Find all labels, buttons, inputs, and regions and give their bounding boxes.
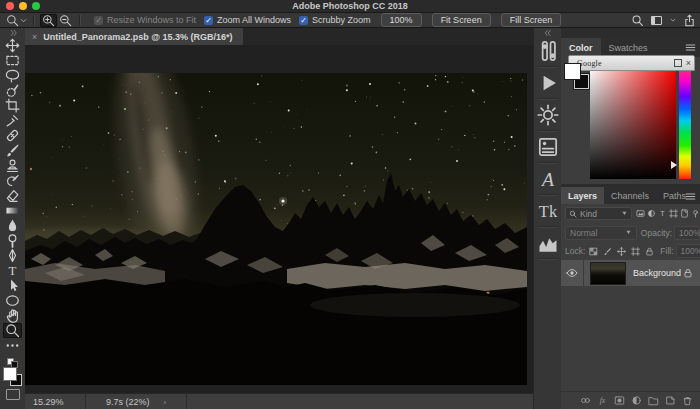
search-icon[interactable] — [631, 14, 644, 27]
layers-f-adjust-icon[interactable] — [631, 395, 642, 406]
tool-blur-icon[interactable] — [3, 218, 22, 233]
tool-lasso-icon[interactable] — [3, 68, 22, 83]
filter-f-artboard-icon[interactable] — [669, 209, 678, 218]
canvas[interactable] — [25, 45, 533, 393]
blend-mode-dropdown[interactable]: Normal ▼ — [565, 226, 637, 240]
tool-dodge-icon[interactable] — [3, 233, 22, 248]
resize-windows-label: Resize Windows to Fit — [107, 15, 196, 25]
lock-opt-f-artboard-icon[interactable] — [631, 247, 640, 256]
panels-collapse-button[interactable] — [534, 28, 562, 38]
tool-move-icon[interactable] — [3, 38, 22, 53]
panel-drag-strip[interactable] — [561, 28, 700, 38]
status-chevron-icon[interactable]: › — [163, 398, 166, 407]
photo-milky-way-panorama[interactable] — [25, 73, 527, 385]
tool-pen-icon[interactable] — [3, 248, 22, 263]
screen-mode-button[interactable] — [6, 389, 20, 400]
panel-actions-icon[interactable] — [537, 72, 559, 94]
panel-histogram-icon[interactable] — [537, 232, 559, 254]
layers-new-layer-icon[interactable] — [665, 395, 676, 406]
svg-text:A: A — [540, 168, 555, 190]
color-swatches-control[interactable] — [3, 367, 22, 387]
share-icon[interactable] — [683, 14, 696, 27]
zoom-all-windows-checkbox[interactable] — [204, 16, 213, 25]
document-tab[interactable]: × Untitled_Panorama2.psb @ 15.3% (RGB/16… — [25, 28, 243, 45]
panel-adjustments-icon[interactable] — [537, 104, 559, 126]
tool-brush-icon[interactable] — [3, 143, 22, 158]
layers-folder-icon[interactable] — [648, 395, 659, 406]
tool-zoom-icon[interactable] — [3, 323, 22, 338]
document-info-field[interactable]: 9.7s (22%) › — [86, 394, 187, 409]
filter-f-pin-icon[interactable] — [691, 209, 700, 218]
layer-filter-kind-dropdown[interactable]: Kind ▼ — [565, 207, 632, 220]
google-close-icon[interactable]: × — [686, 59, 691, 68]
tool-crop-icon[interactable] — [3, 98, 22, 113]
lock-opt-lock-icon[interactable] — [645, 247, 654, 256]
tool-shape-icon[interactable] — [3, 293, 22, 308]
fill-screen-button[interactable]: Fill Screen — [501, 13, 562, 27]
strip-divider — [538, 98, 558, 100]
layers-link-icon[interactable] — [580, 395, 591, 406]
filter-f-smart-icon[interactable] — [680, 209, 689, 218]
panel-typekit-icon[interactable]: Tk — [537, 200, 559, 222]
tool-clone-stamp-icon[interactable] — [3, 158, 22, 173]
tool-hand-icon[interactable] — [3, 308, 22, 323]
saturation-brightness-field[interactable] — [590, 67, 676, 179]
hue-slider[interactable] — [679, 67, 691, 179]
tool-eyedropper-icon[interactable] — [3, 113, 22, 128]
layers-mask-icon[interactable] — [614, 395, 625, 406]
panel-character-styles-icon[interactable]: A — [537, 168, 559, 190]
color-panel-menu-icon[interactable] — [684, 41, 697, 54]
zoom-out-button[interactable] — [57, 14, 74, 27]
tool-type-icon[interactable]: T — [3, 263, 22, 278]
filter-f-adjust-icon[interactable] — [647, 209, 656, 218]
filter-search-icon — [569, 210, 577, 218]
tool-gradient-icon[interactable] — [3, 203, 22, 218]
zoom-tool-icon[interactable] — [6, 14, 19, 27]
zoom-100-button[interactable]: 100% — [381, 13, 422, 27]
tool-history-brush-icon[interactable] — [3, 173, 22, 188]
zoom-in-button[interactable] — [40, 14, 57, 27]
hue-slider-arrow[interactable] — [671, 161, 677, 169]
resize-windows-checkbox[interactable] — [94, 16, 103, 25]
tool-quick-select-icon[interactable] — [3, 83, 22, 98]
tab-channels[interactable]: Channels — [604, 187, 656, 204]
layers-panel-menu-icon[interactable] — [684, 190, 697, 203]
panel-foreground-swatch[interactable] — [564, 63, 581, 80]
fit-screen-button[interactable]: Fit Screen — [432, 13, 491, 27]
layers-trash-icon[interactable] — [682, 395, 693, 406]
filter-f-image-icon[interactable] — [636, 209, 645, 218]
tool-eraser-icon[interactable] — [3, 188, 22, 203]
tool-edit-toolbar-icon[interactable] — [3, 338, 22, 353]
layer-thumbnail[interactable] — [590, 262, 626, 285]
panel-libraries-icon[interactable] — [537, 136, 559, 158]
lock-opt-lock-transparent-icon[interactable] — [589, 247, 598, 256]
tab-layers[interactable]: Layers — [561, 187, 604, 204]
lock-opt-brush-icon[interactable] — [603, 247, 612, 256]
zoom-level-field[interactable]: 15.29% — [25, 394, 86, 409]
tool-path-select-icon[interactable] — [3, 278, 22, 293]
scrubby-zoom-checkbox[interactable] — [299, 16, 308, 25]
foreground-color-swatch[interactable] — [3, 367, 17, 381]
toolbar-expand-button[interactable] — [0, 28, 25, 38]
layer-name[interactable]: Background — [633, 268, 683, 278]
layer-row-background[interactable]: Background — [561, 260, 700, 286]
tool-preset-chevron-icon[interactable] — [19, 16, 28, 25]
strip-divider — [538, 130, 558, 132]
lock-opt-move-icon[interactable] — [617, 247, 626, 256]
google-maximize-icon[interactable] — [674, 59, 682, 67]
fill-value: 100% — [681, 246, 700, 256]
panel-properties-icon[interactable] — [537, 40, 559, 62]
layers-panel-tabs: Layers Channels Paths — [561, 187, 700, 204]
opacity-dropdown[interactable]: 100% ▼ — [674, 226, 700, 240]
layers-fx-icon[interactable]: fx — [597, 395, 608, 406]
tool-marquee-icon[interactable] — [3, 53, 22, 68]
workspace-chevron-icon[interactable] — [669, 16, 677, 24]
filter-f-type-icon[interactable]: T — [658, 209, 667, 218]
workspace-switcher-icon[interactable] — [650, 14, 663, 27]
fill-dropdown[interactable]: 100% ▼ — [676, 244, 700, 258]
layer-visibility-toggle[interactable] — [561, 260, 584, 286]
google-floating-window[interactable]: Google × — [568, 55, 695, 71]
default-colors-mini[interactable] — [7, 356, 19, 365]
close-tab-icon[interactable]: × — [32, 32, 37, 42]
tool-healing-brush-icon[interactable] — [3, 128, 22, 143]
